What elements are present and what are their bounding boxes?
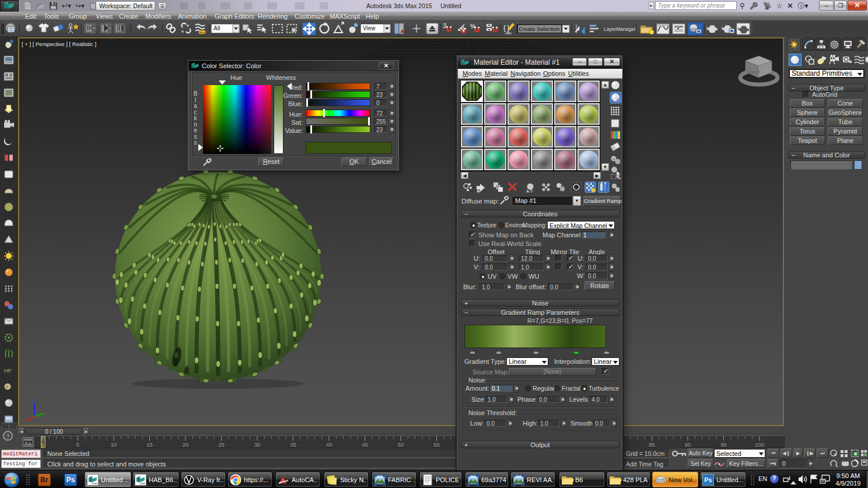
svg-text:15: 15 (146, 441, 153, 448)
svg-text:100: 100 (755, 441, 764, 448)
svg-text:25: 25 (218, 441, 225, 448)
svg-text:85: 85 (649, 441, 655, 448)
svg-text:55: 55 (433, 441, 440, 448)
svg-text:40: 40 (326, 441, 332, 448)
svg-text:90: 90 (685, 441, 691, 448)
svg-text:50: 50 (398, 441, 404, 448)
svg-text:FRONT: FRONT (748, 71, 761, 74)
svg-text:z: z (32, 397, 35, 403)
svg-text:30: 30 (254, 441, 261, 448)
svg-text:45: 45 (362, 441, 368, 448)
svg-text:20: 20 (183, 441, 189, 448)
svg-text:35: 35 (290, 441, 296, 448)
svg-text:95: 95 (720, 441, 727, 448)
svg-text:9: 9 (530, 189, 533, 193)
svg-text:5: 5 (76, 441, 79, 448)
svg-text:10: 10 (111, 441, 117, 448)
